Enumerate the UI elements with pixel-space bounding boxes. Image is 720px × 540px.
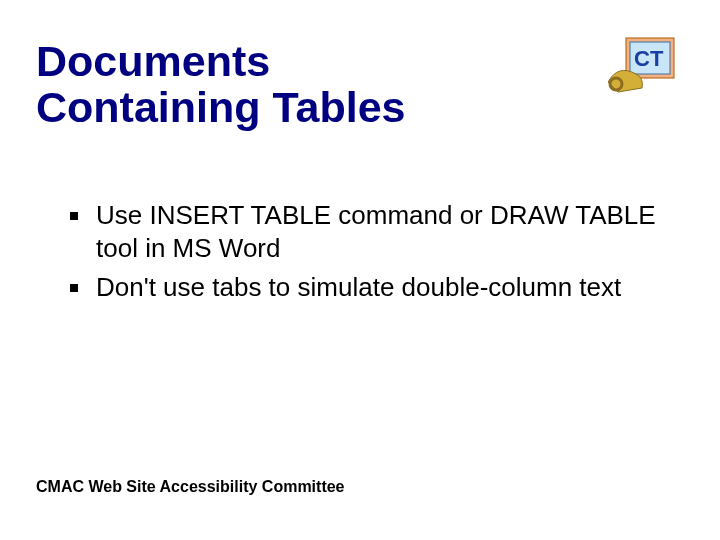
list-item: Use INSERT TABLE command or DRAW TABLE t…: [70, 199, 684, 266]
ct-logo-icon: CT: [608, 34, 686, 98]
title-line-1: Documents: [36, 37, 270, 85]
slide-title: Documents Containing Tables: [36, 38, 486, 131]
bullet-list: Use INSERT TABLE command or DRAW TABLE t…: [36, 199, 684, 305]
slide: Documents Containing Tables CT Use INSER…: [0, 0, 720, 540]
list-item: Don't use tabs to simulate double-column…: [70, 271, 684, 304]
bullet-square-icon: [70, 284, 78, 292]
logo-text: CT: [634, 46, 664, 71]
title-line-2: Containing Tables: [36, 83, 406, 131]
bullet-text: Use INSERT TABLE command or DRAW TABLE t…: [96, 200, 656, 263]
footer-text: CMAC Web Site Accessibility Committee: [36, 478, 345, 496]
bullet-text: Don't use tabs to simulate double-column…: [96, 272, 621, 302]
bullet-square-icon: [70, 212, 78, 220]
